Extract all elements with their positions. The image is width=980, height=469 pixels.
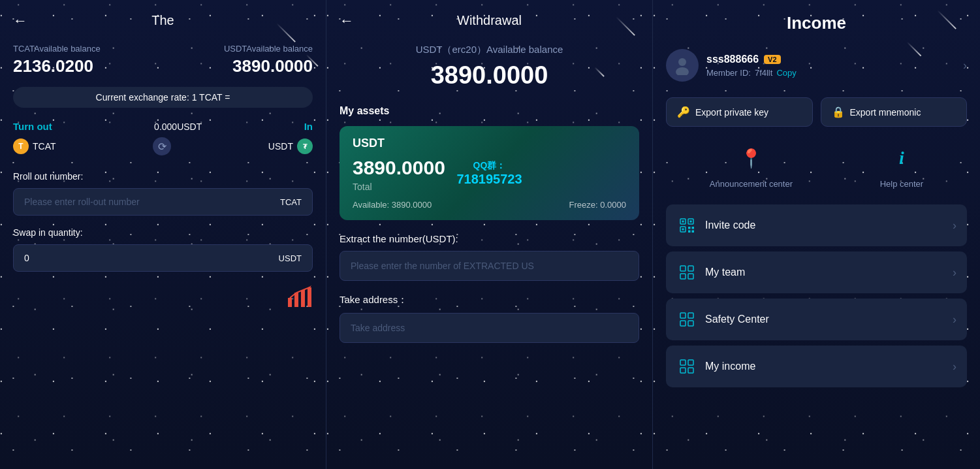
key-icon: 🔑 (677, 106, 690, 118)
roll-out-input[interactable] (24, 197, 280, 207)
svg-rect-2 (301, 290, 305, 307)
chart-icon-area (13, 285, 313, 314)
svg-rect-14 (690, 221, 692, 223)
user-info-left: sss888666 V2 Member ID: 7f4llt Copy (666, 49, 797, 82)
invite-code-label: Invite code (705, 219, 945, 231)
take-address-label: Take address： (340, 294, 639, 306)
turn-out-label: Turn out (13, 121, 52, 132)
member-id: Member ID: 7f4llt Copy (706, 68, 797, 78)
svg-rect-13 (682, 221, 684, 223)
invite-code-arrow: › (953, 219, 956, 233)
help-center-item[interactable]: i Help center (880, 142, 923, 189)
exchange-rate-bar: Current exchange rate: 1 TCAT = (13, 87, 313, 108)
extract-label: Extract the number(USDT): (340, 233, 639, 244)
amount-display: 0.000USDT (154, 121, 202, 132)
roll-out-input-container[interactable]: TCAT (13, 188, 313, 216)
location-pin-icon: 📍 (740, 148, 763, 169)
username-text: sss888666 (706, 54, 759, 65)
coin-from-item[interactable]: T TCAT (13, 138, 56, 154)
svg-rect-12 (692, 231, 695, 233)
tcat-balance-label: TCATAvailable balance (13, 44, 163, 54)
take-address-input[interactable] (340, 313, 639, 343)
usdt-balance-label: USDTAvailable balance (163, 44, 313, 54)
lock-icon: 🔒 (832, 106, 845, 118)
my-team-label: My team (705, 267, 945, 278)
safety-center-label: Safety Center (705, 314, 945, 325)
qq-overlay: QQ群： 718195723 (456, 160, 522, 187)
help-icon-container: i (886, 142, 917, 174)
freeze-label: Freeze: 0.0000 (569, 200, 626, 210)
withdrawal-panel: ← Withdrawal USDT（erc20）Available balanc… (326, 0, 653, 469)
tcat-icon: T (13, 138, 29, 154)
chart-icon (287, 285, 313, 314)
swap-qty-suffix: USDT (279, 253, 302, 263)
svg-rect-24 (680, 360, 686, 365)
safety-center-menu-item[interactable]: Safety Center › (666, 299, 967, 340)
avatar (666, 49, 699, 82)
asset-card-title: USDT (353, 137, 626, 150)
announcement-icon: 📍 (735, 142, 767, 174)
my-income-icon (676, 356, 697, 377)
coin-to-label: USDT (268, 141, 293, 152)
coin-row: T TCAT ⟳ ₮ USDT (13, 137, 313, 155)
center-links: 📍 Announcement center i Help center (666, 142, 967, 189)
exchange-rate-text: Current exchange rate: 1 TCAT = (96, 92, 230, 103)
svg-rect-3 (308, 287, 311, 307)
swap-qty-display: 0 USDT (13, 244, 313, 272)
svg-rect-23 (688, 321, 693, 326)
svg-rect-21 (688, 313, 693, 318)
my-team-menu-item[interactable]: My team › (666, 251, 967, 293)
exchange-header: ← The (13, 13, 313, 28)
svg-rect-22 (680, 321, 686, 326)
usdt-balance-item: USDTAvailable balance 3890.0000 (163, 44, 313, 76)
safety-center-arrow: › (953, 313, 956, 327)
user-details: sss888666 V2 Member ID: 7f4llt Copy (706, 54, 797, 78)
export-private-key-button[interactable]: 🔑 Export private key (666, 97, 813, 127)
user-info-arrow[interactable]: › (963, 59, 967, 73)
announcement-center-item[interactable]: 📍 Announcement center (710, 142, 793, 189)
svg-rect-11 (688, 231, 691, 233)
exchange-back-button[interactable]: ← (13, 12, 27, 29)
withdrawal-back-button[interactable]: ← (340, 12, 354, 29)
asset-footer: Available: 3890.0000 Freeze: 0.0000 (353, 200, 626, 210)
svg-rect-16 (680, 266, 686, 271)
svg-point-5 (676, 67, 689, 75)
available-label: Available: 3890.0000 (353, 200, 432, 210)
coin-to-item[interactable]: ₮ USDT (268, 138, 313, 154)
income-title: Income (666, 13, 967, 33)
extract-input[interactable] (340, 251, 639, 281)
income-panel: Income sss888666 V2 Member ID: 7f4llt Co… (653, 0, 980, 469)
swap-qty-label: Swap in quantity: (13, 227, 313, 238)
invite-code-icon (676, 215, 697, 236)
swap-direction-icon[interactable]: ⟳ (153, 137, 171, 155)
assets-section-title: My assets (340, 105, 639, 117)
withdrawal-balance-label: USDT（erc20）Available balance (340, 44, 639, 56)
svg-rect-19 (688, 274, 693, 279)
my-income-menu-item[interactable]: My income › (666, 346, 967, 387)
svg-rect-15 (682, 229, 684, 231)
invite-code-menu-item[interactable]: Invite code › (666, 204, 967, 246)
svg-point-4 (678, 58, 686, 66)
freeze-text: Freeze: (569, 200, 598, 210)
safety-center-icon (676, 309, 697, 330)
swap-direction: Turn out 0.000USDT In (13, 121, 313, 132)
turn-in-label: In (304, 121, 313, 132)
export-buttons: 🔑 Export private key 🔒 Export mnemonic (666, 97, 967, 127)
svg-rect-18 (680, 274, 686, 279)
my-income-label: My income (705, 361, 945, 372)
exchange-title: The (151, 13, 174, 28)
svg-rect-1 (294, 293, 298, 307)
copy-button[interactable]: Copy (776, 68, 796, 78)
export-private-key-label: Export private key (695, 107, 768, 118)
user-info-row: sss888666 V2 Member ID: 7f4llt Copy › (666, 49, 967, 82)
svg-rect-25 (688, 360, 693, 365)
tcat-balance-value: 2136.0200 (13, 56, 163, 76)
qq-number: 718195723 (456, 172, 522, 187)
my-income-arrow: › (953, 360, 956, 374)
svg-rect-0 (288, 298, 292, 307)
tcat-balance-item: TCATAvailable balance 2136.0200 (13, 44, 163, 76)
v2-badge: V2 (764, 55, 780, 64)
exchange-panel: ← The TCATAvailable balance 2136.0200 US… (0, 0, 326, 469)
export-mnemonic-button[interactable]: 🔒 Export mnemonic (821, 97, 968, 127)
usdt-balance-value: 3890.0000 (163, 56, 313, 76)
